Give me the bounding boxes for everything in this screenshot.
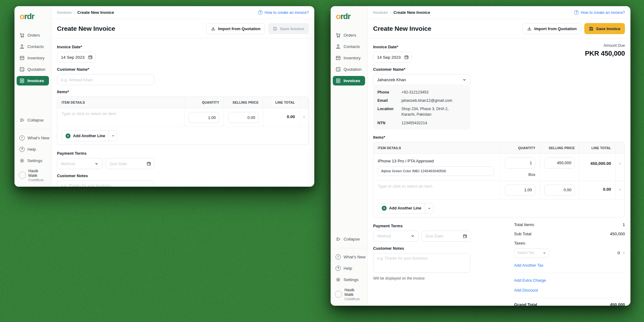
tax-amount-value: 0 xyxy=(618,251,620,255)
add-line-dropdown-toggle[interactable] xyxy=(425,203,433,213)
help-button[interactable]: ? Help xyxy=(17,145,49,154)
col-remove xyxy=(615,142,625,153)
item-name[interactable]: iPhone 13 Pro / PTA Approved xyxy=(378,157,496,163)
invoice-window-empty: ordr Orders Contacts Inventory Quotation… xyxy=(14,6,314,187)
help-button[interactable]: ? Help xyxy=(333,264,365,273)
gear-icon xyxy=(19,158,25,163)
item-select-placeholder[interactable]: Type or click to select an item. xyxy=(57,108,184,127)
calendar-icon[interactable] xyxy=(463,234,467,238)
user-profile[interactable]: Hasib Malik CreditBook xyxy=(332,285,366,301)
help-icon: ? xyxy=(19,147,25,152)
add-extra-charge-link[interactable]: Add Extra Charge xyxy=(514,278,546,283)
save-invoice-button[interactable]: Save Invoice xyxy=(268,23,309,34)
breadcrumb-current: Create New Invoice xyxy=(77,10,114,15)
import-from-quotation-button[interactable]: Import from Quotation xyxy=(206,23,265,34)
customer-name-input[interactable] xyxy=(57,74,154,85)
breadcrumb-bar: Invoices › Create New Invoice ? How to c… xyxy=(368,6,630,19)
whats-new-icon: ! xyxy=(336,254,341,260)
totals-panel: Total Items 1 Sub Total 450,000 Taxes: xyxy=(514,217,625,306)
avatar xyxy=(335,291,342,298)
breadcrumb-invoices[interactable]: Invoices xyxy=(57,10,72,15)
add-another-tax-link[interactable]: Add Another Tax xyxy=(514,263,543,268)
items-label: Items* xyxy=(373,135,625,140)
quantity-input[interactable] xyxy=(505,185,535,196)
tax-select-row: Select Tax 0 × xyxy=(514,248,625,258)
collapse-button[interactable]: Collapse xyxy=(17,115,49,125)
chevron-down-icon xyxy=(111,134,115,137)
calendar-icon[interactable] xyxy=(147,161,151,166)
quantity-input[interactable] xyxy=(189,112,219,123)
remove-row-icon[interactable]: × xyxy=(615,154,625,181)
add-discount-link[interactable]: Add Discount xyxy=(514,288,538,292)
user-profile[interactable]: Hasib Malik CreditBook xyxy=(16,166,50,182)
calendar-icon[interactable] xyxy=(404,55,409,60)
add-another-line-button[interactable]: + Add Another Line xyxy=(378,203,425,213)
add-another-line-button[interactable]: + Add Another Line xyxy=(62,131,109,141)
amount-due-value: PKR 450,000 xyxy=(585,50,625,58)
quantity-input[interactable] xyxy=(505,157,535,169)
sidebar-item-orders[interactable]: Orders xyxy=(333,30,365,40)
add-line-dropdown-toggle[interactable] xyxy=(109,131,117,141)
import-label: Import from Quotation xyxy=(218,26,260,31)
whats-new-button[interactable]: ! What's New xyxy=(333,252,365,262)
sidebar-spacer xyxy=(16,86,50,114)
collapse-button[interactable]: Collapse xyxy=(333,234,365,244)
customer-notes-textarea[interactable] xyxy=(373,253,470,273)
line-total-value: 0.00 xyxy=(263,108,299,127)
user-org: CreditBook xyxy=(344,297,363,301)
how-to-link[interactable]: ? How to create an invoice? xyxy=(258,10,309,15)
invoices-icon xyxy=(336,78,341,83)
quotation-icon xyxy=(19,67,25,72)
selling-price-input[interactable] xyxy=(228,112,259,123)
item-select-placeholder[interactable]: Type or click to select an item. xyxy=(373,181,500,199)
payment-method-select[interactable]: Method xyxy=(373,231,419,242)
exclaim-glyph: ! xyxy=(22,136,22,140)
user-name: Hasib Malik xyxy=(28,169,47,178)
breadcrumb-invoices[interactable]: Invoices xyxy=(373,10,388,15)
remove-tax-icon[interactable]: × xyxy=(622,251,625,255)
exclaim-glyph: ! xyxy=(338,255,339,259)
sidebar-item-inventory[interactable]: Inventory xyxy=(333,53,365,63)
header-actions: Import from Quotation Save Invoice xyxy=(522,23,625,34)
form-top-row: Invoice Date* Amount Due PKR 450,000 xyxy=(373,40,625,63)
how-to-link[interactable]: ? How to create an invoice? xyxy=(574,10,625,15)
add-line-bar: + Add Another Line xyxy=(373,200,625,217)
save-invoice-button[interactable]: Save Invoice xyxy=(584,23,625,34)
customer-details-panel: Phone +92-312123453 Email jahanzeb.khan1… xyxy=(373,86,470,129)
item-description-input[interactable] xyxy=(378,166,494,176)
sidebar-item-contacts[interactable]: Contacts xyxy=(17,42,49,51)
customer-name-select[interactable]: Jahanzeb Khan xyxy=(373,74,470,85)
whats-new-label: What's New xyxy=(344,255,366,259)
settings-button[interactable]: Settings xyxy=(17,156,49,165)
ordr-logo: ordr xyxy=(16,12,50,20)
save-icon xyxy=(273,26,277,31)
sidebar-item-quotation[interactable]: Quotation xyxy=(333,65,365,74)
calendar-icon[interactable] xyxy=(88,55,93,60)
sidebar-item-invoices[interactable]: Invoices xyxy=(333,76,365,85)
total-items-value: 1 xyxy=(622,222,625,227)
grand-total-label: Grand Total xyxy=(514,302,537,306)
total-items-label: Total Items xyxy=(514,222,534,227)
sidebar-item-contacts[interactable]: Contacts xyxy=(333,42,365,51)
sidebar-item-quotation[interactable]: Quotation xyxy=(17,65,49,74)
selling-price-input[interactable] xyxy=(544,157,575,169)
items-table: ITEM DETAILS QUANTITY SELLING PRICE LINE… xyxy=(373,142,625,217)
location-label: Location xyxy=(377,106,401,117)
main-panel: Invoices › Create New Invoice ? How to c… xyxy=(368,6,630,306)
sidebar-item-invoices[interactable]: Invoices xyxy=(17,76,49,85)
remove-row-icon[interactable]: × xyxy=(615,181,625,199)
whats-new-button[interactable]: ! What's New xyxy=(17,133,49,143)
sidebar-item-inventory[interactable]: Inventory xyxy=(17,53,49,63)
selling-price-input[interactable] xyxy=(544,185,575,196)
due-date-field xyxy=(422,231,470,242)
settings-button[interactable]: Settings xyxy=(333,275,365,284)
breadcrumb-separator: › xyxy=(74,10,75,15)
collapse-label: Collapse xyxy=(27,118,44,122)
import-from-quotation-button[interactable]: Import from Quotation xyxy=(522,23,581,34)
sidebar-item-orders[interactable]: Orders xyxy=(17,30,49,40)
remove-row-icon[interactable]: × xyxy=(299,108,308,127)
select-tax-dropdown[interactable]: Select Tax xyxy=(514,248,549,258)
phone-label: Phone xyxy=(377,89,401,95)
customer-notes-textarea[interactable] xyxy=(57,181,154,187)
payment-method-select[interactable]: Method xyxy=(57,158,103,169)
